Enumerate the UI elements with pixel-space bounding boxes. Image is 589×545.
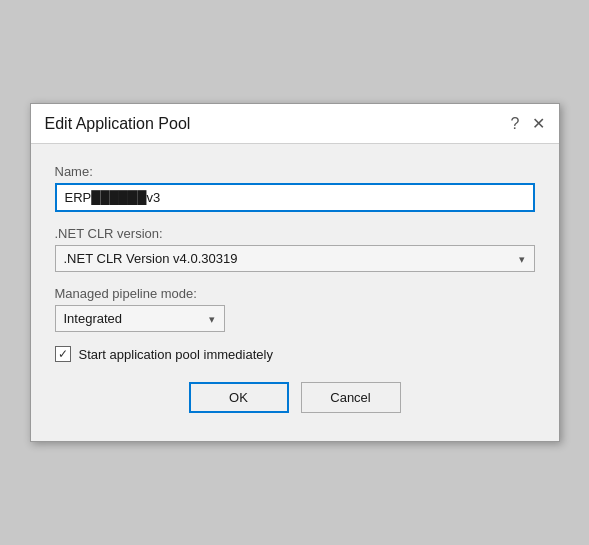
clr-select-wrapper: .NET CLR Version v4.0.30319.NET CLR Vers… [55, 245, 535, 272]
pipeline-select-wrapper: IntegratedClassic ▾ [55, 305, 225, 332]
title-bar: Edit Application Pool ? ✕ [31, 104, 559, 144]
ok-button[interactable]: OK [189, 382, 289, 413]
dialog-body: Name: .NET CLR version: .NET CLR Version… [31, 144, 559, 441]
pipeline-select[interactable]: IntegratedClassic [55, 305, 225, 332]
clr-select[interactable]: .NET CLR Version v4.0.30319.NET CLR Vers… [55, 245, 535, 272]
close-icon[interactable]: ✕ [532, 114, 545, 133]
dialog-title: Edit Application Pool [45, 115, 191, 133]
pipeline-label: Managed pipeline mode: [55, 286, 535, 301]
cancel-button[interactable]: Cancel [301, 382, 401, 413]
clr-label: .NET CLR version: [55, 226, 535, 241]
help-icon[interactable]: ? [511, 115, 520, 133]
name-label: Name: [55, 164, 535, 179]
checkbox-label: Start application pool immediately [79, 347, 273, 362]
checkmark-icon: ✓ [58, 348, 68, 360]
name-input[interactable] [55, 183, 535, 212]
edit-application-pool-dialog: Edit Application Pool ? ✕ Name: .NET CLR… [30, 103, 560, 442]
checkbox-row: ✓ Start application pool immediately [55, 346, 535, 362]
button-row: OK Cancel [55, 382, 535, 421]
start-pool-checkbox[interactable]: ✓ [55, 346, 71, 362]
title-bar-controls: ? ✕ [511, 114, 545, 133]
